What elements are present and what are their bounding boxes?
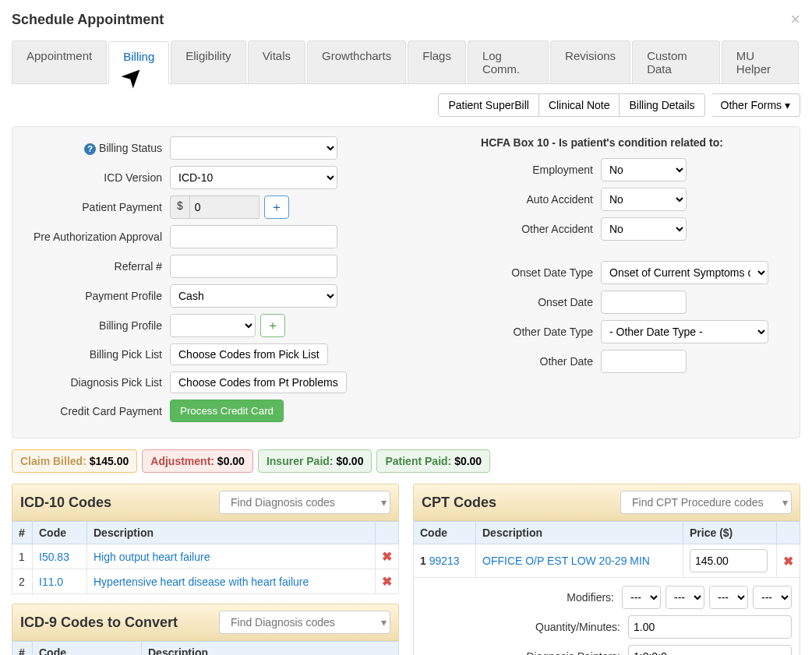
claim-billed-badge: Claim Billed: $145.00 xyxy=(12,449,137,473)
modifier-2-select[interactable]: --- xyxy=(665,586,704,609)
other-forms-label: Other Forms xyxy=(721,99,782,111)
delete-icon[interactable]: ✖ xyxy=(382,550,392,563)
tab-eligibility[interactable]: Eligibility xyxy=(171,40,245,83)
tab-muhelper[interactable]: MU Helper xyxy=(722,40,799,83)
modifier-3-select[interactable]: --- xyxy=(709,586,748,609)
cpt-desc-link[interactable]: OFFICE O/P EST LOW 20-29 MIN xyxy=(482,555,650,567)
process-credit-card-button[interactable]: Process Credit Card xyxy=(170,400,284,422)
billing-pick-label: Billing Pick List xyxy=(22,348,170,361)
icd10-table: # Code Description 1 I50.83 High output … xyxy=(12,521,399,594)
employment-select[interactable]: No xyxy=(601,158,687,181)
table-row: 1 I50.83 High output heart failure ✖ xyxy=(12,544,399,569)
icd-version-select[interactable]: ICD-10 xyxy=(170,166,337,189)
other-accident-select[interactable]: No xyxy=(601,217,687,241)
payment-profile-label: Payment Profile xyxy=(22,290,170,302)
table-row: 1 99213 OFFICE O/P EST LOW 20-29 MIN ✖ xyxy=(414,544,800,578)
icd9-table: # Code Description xyxy=(12,641,399,655)
adjustment-badge: Adjustment: $0.00 xyxy=(142,449,253,473)
quantity-label: Quantity/Minutes: xyxy=(503,621,628,633)
diagnosis-pick-label: Diagnosis Pick List xyxy=(22,376,170,389)
add-payment-button[interactable]: ＋ xyxy=(264,195,289,219)
onset-type-select[interactable]: Onset of Current Symptoms o xyxy=(601,261,768,284)
modifier-4-select[interactable]: --- xyxy=(753,586,792,609)
tab-flags[interactable]: Flags xyxy=(408,40,466,83)
tab-logcomm[interactable]: Log Comm. xyxy=(468,40,549,83)
pre-auth-label: Pre Authorization Approval xyxy=(22,231,170,243)
icd10-search[interactable]: ▾ xyxy=(219,491,390,514)
close-icon[interactable]: × xyxy=(790,9,800,30)
auto-accident-label: Auto Accident xyxy=(414,193,601,206)
icd9-search[interactable]: ▾ xyxy=(219,611,390,634)
billing-status-select[interactable] xyxy=(170,136,337,160)
icd9-search-input[interactable] xyxy=(226,612,381,632)
patient-superbill-button[interactable]: Patient SuperBill xyxy=(438,93,539,117)
icd10-desc-link[interactable]: High output heart failure xyxy=(94,551,210,563)
tab-customdata[interactable]: Custom Data xyxy=(632,40,720,83)
billing-details-button[interactable]: Billing Details xyxy=(620,93,704,117)
auto-accident-select[interactable]: No xyxy=(601,188,687,211)
icd10-code-link[interactable]: I50.83 xyxy=(39,551,69,563)
action-bar: Patient SuperBill Clinical Note Billing … xyxy=(12,93,800,117)
icd9-title: ICD-9 Codes to Convert xyxy=(20,615,178,631)
hcfa-heading: HCFA Box 10 - Is patient's condition rel… xyxy=(414,136,790,149)
cpt-code-link[interactable]: 99213 xyxy=(429,555,460,567)
icd10-code-link[interactable]: I11.0 xyxy=(39,576,63,588)
currency-symbol: $ xyxy=(170,195,189,219)
clinical-note-button[interactable]: Clinical Note xyxy=(539,93,620,117)
modifier-1-select[interactable]: --- xyxy=(622,586,661,609)
other-date-label: Other Date xyxy=(414,355,601,368)
cpt-search-input[interactable] xyxy=(627,492,782,512)
tab-appointment[interactable]: Appointment xyxy=(12,40,107,83)
diagnosis-pick-button[interactable]: Choose Codes from Pt Problems xyxy=(170,372,347,393)
chevron-down-icon[interactable]: ▾ xyxy=(782,496,788,509)
tab-bar: Appointment Billing Eligibility Vitals G… xyxy=(12,40,800,84)
payment-profile-select[interactable]: Cash xyxy=(170,284,337,308)
delete-icon[interactable]: ✖ xyxy=(382,575,392,588)
billing-profile-select[interactable] xyxy=(170,314,256,337)
onset-date-label: Onset Date xyxy=(414,296,601,308)
other-date-input[interactable] xyxy=(601,350,687,373)
billing-pick-button[interactable]: Choose Codes from Pick List xyxy=(170,343,328,365)
add-billing-profile-button[interactable]: ＋ xyxy=(260,314,285,337)
tab-growthcharts[interactable]: Growthcharts xyxy=(307,40,406,83)
chevron-down-icon[interactable]: ▾ xyxy=(381,496,387,509)
diagnosis-pointers-input[interactable] xyxy=(628,645,792,655)
icd10-title: ICD-10 Codes xyxy=(20,495,111,511)
insurer-paid-badge: Insurer Paid: $0.00 xyxy=(258,449,372,473)
icd10-section-header: ICD-10 Codes ▾ xyxy=(12,484,399,521)
delete-icon[interactable]: ✖ xyxy=(783,555,793,568)
cpt-table: Code Description Price ($) 1 99213 OFFIC… xyxy=(413,521,800,578)
tab-billing[interactable]: Billing xyxy=(108,41,169,84)
page-title: Schedule Appointment xyxy=(12,12,164,28)
caret-down-icon: ▾ xyxy=(785,99,790,111)
cc-payment-label: Credit Card Payment xyxy=(22,405,170,417)
billing-status-label: Billing Status xyxy=(99,142,162,154)
pre-auth-input[interactable] xyxy=(170,225,337,248)
patient-payment-input[interactable] xyxy=(189,195,259,219)
info-icon[interactable]: ? xyxy=(84,143,96,155)
other-date-type-label: Other Date Type xyxy=(414,326,601,338)
tab-vitals[interactable]: Vitals xyxy=(248,40,305,83)
other-forms-button[interactable]: Other Forms ▾ xyxy=(711,93,800,117)
other-date-type-select[interactable]: - Other Date Type - xyxy=(601,320,768,343)
cpt-price-input[interactable] xyxy=(690,549,768,572)
diagnosis-pointers-label: Diagnosis Pointers: xyxy=(503,650,628,655)
billing-panel: ?Billing Status ICD Version ICD-10 Patie… xyxy=(12,126,800,438)
onset-date-input[interactable] xyxy=(601,291,687,314)
modifiers-label: Modifiers: xyxy=(497,591,622,604)
table-row: 2 I11.0 Hypertensive heart disease with … xyxy=(12,569,399,594)
onset-type-label: Onset Date Type xyxy=(414,266,601,279)
quantity-input[interactable] xyxy=(628,615,792,639)
chevron-down-icon[interactable]: ▾ xyxy=(381,616,387,629)
patient-payment-label: Patient Payment xyxy=(22,201,170,213)
tab-revisions[interactable]: Revisions xyxy=(550,40,630,83)
billing-profile-label: Billing Profile xyxy=(22,319,170,332)
referral-label: Referral # xyxy=(22,260,170,273)
icd10-search-input[interactable] xyxy=(226,492,381,512)
other-accident-label: Other Accident xyxy=(414,223,601,235)
cpt-section-header: CPT Codes ▾ xyxy=(413,484,800,521)
icd10-desc-link[interactable]: Hypertensive heart disease with heart fa… xyxy=(94,576,309,588)
cpt-search[interactable]: ▾ xyxy=(620,491,792,514)
icd-version-label: ICD Version xyxy=(22,171,170,184)
referral-input[interactable] xyxy=(170,255,337,278)
